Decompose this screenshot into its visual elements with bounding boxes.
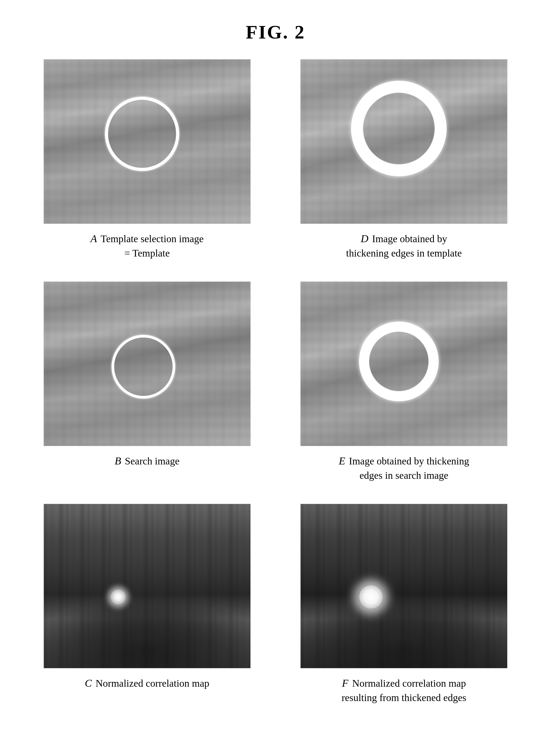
panel-a-image xyxy=(44,59,251,224)
panel-b-image xyxy=(44,281,251,446)
panel-d-image xyxy=(300,59,507,224)
panel-b-label: BSearch image xyxy=(115,454,179,469)
panel-a-label: ATemplate selection image = Template xyxy=(90,231,204,260)
panel-e: EImage obtained by thickening edges in s… xyxy=(289,281,519,483)
figure-grid: ATemplate selection image = Template DIm… xyxy=(0,59,551,732)
panel-f-image xyxy=(300,504,507,668)
panel-f-label: FNormalized correlation map resulting fr… xyxy=(342,676,466,705)
panel-c-image xyxy=(44,504,251,668)
panel-e-image xyxy=(300,281,507,446)
panel-d-label: DImage obtained by thickening edges in t… xyxy=(346,231,462,260)
panel-b: BSearch image xyxy=(32,281,262,483)
panel-c-label: CNormalized correlation map xyxy=(85,676,209,691)
panel-d: DImage obtained by thickening edges in t… xyxy=(289,59,519,260)
panel-e-label: EImage obtained by thickening edges in s… xyxy=(339,454,469,483)
panel-a: ATemplate selection image = Template xyxy=(32,59,262,260)
panel-c: CNormalized correlation map xyxy=(32,504,262,705)
panel-f: FNormalized correlation map resulting fr… xyxy=(289,504,519,705)
page-title: FIG. 2 xyxy=(0,0,551,59)
